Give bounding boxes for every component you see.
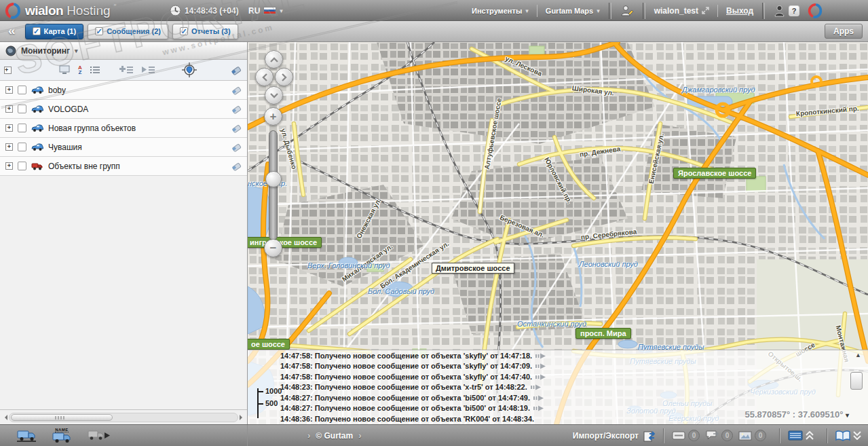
separator <box>717 5 718 17</box>
tag-icon[interactable] <box>231 104 242 114</box>
tag-icon[interactable] <box>231 85 242 95</box>
tag-icon[interactable] <box>231 161 242 171</box>
units-visibility-icon[interactable] <box>16 430 37 442</box>
address-tag-icon[interactable] <box>231 64 242 75</box>
cursor-coordinates[interactable]: 55.870857° : 37.609510° ▾ <box>744 409 849 420</box>
scroll-left-icon[interactable] <box>2 415 7 420</box>
pan-left-button[interactable] <box>255 68 273 86</box>
locate-pin-icon[interactable] <box>182 62 197 77</box>
tab-bar: « ✓ Карта (1) ✓ Сообщения (2) ✓ Отчеты (… <box>0 21 868 42</box>
units-labels-icon[interactable]: NAME <box>52 428 72 443</box>
horizontal-scrollbar[interactable] <box>0 409 247 424</box>
scrollbar-track[interactable] <box>9 413 238 422</box>
zoom-in-button[interactable]: + <box>264 107 282 126</box>
pan-up-button[interactable] <box>265 50 283 69</box>
log-row: 14:48:27: Получено новое сообщение от об… <box>280 394 544 402</box>
group-row-boby[interactable]: + boby <box>0 81 247 100</box>
toggle-log-panel[interactable] <box>788 430 814 441</box>
zoom-out-button[interactable]: − <box>264 239 282 257</box>
group-row-vologda[interactable]: + VOLOGDA <box>0 100 247 119</box>
scrollbar-thumb[interactable] <box>11 414 113 421</box>
group-row-chuvashia[interactable]: + Чувашия <box>0 138 247 157</box>
operator-icon[interactable] <box>774 5 785 17</box>
tab-messages[interactable]: ✓ Сообщения (2) <box>88 24 168 39</box>
gurtam-logo-icon <box>807 3 823 19</box>
tools-menu[interactable]: Инструменты <box>472 7 522 15</box>
expand-icon[interactable]: + <box>5 143 13 151</box>
goto-message-icon[interactable] <box>533 395 544 401</box>
language-switcher[interactable]: RU ▾ <box>248 0 283 21</box>
goto-message-icon[interactable] <box>535 363 546 369</box>
add-all-to-list-icon[interactable] <box>119 66 133 75</box>
monitor-panel-icon[interactable] <box>59 65 70 75</box>
expand-icon[interactable]: + <box>5 162 13 170</box>
sort-az-icon[interactable]: A Z <box>78 65 82 75</box>
goto-message-icon[interactable] <box>531 384 542 390</box>
sms-icon <box>705 430 719 441</box>
goto-message-icon[interactable] <box>535 353 546 359</box>
top-bar: wialon Hosting ″ 14:48:43 (+04) RU ▾ Инс… <box>0 0 868 21</box>
sidebar-header[interactable]: Мониторинг ▾ <box>0 42 247 60</box>
sidebar-toolbar: + A Z <box>0 60 247 81</box>
group-row-ungrouped[interactable]: + Объекты вне групп <box>0 157 247 176</box>
goto-message-icon[interactable] <box>535 374 546 380</box>
tab-reports[interactable]: ✓ Отчеты (3) <box>172 24 238 39</box>
images-counter[interactable]: 0 <box>738 430 766 441</box>
copyright-text[interactable]: © Gurtam <box>316 431 353 441</box>
collapse-sidebar-button[interactable]: « <box>8 23 16 38</box>
coordinates-value: 55.870857° : 37.609510° <box>744 409 843 420</box>
log-message: 14:47:58: Получено новое сообщение от об… <box>280 362 532 370</box>
external-link-icon[interactable] <box>702 7 709 14</box>
brand-wialon: wialon <box>25 3 63 18</box>
log-scroll-up-icon[interactable]: ▲ <box>855 352 861 358</box>
show-all-on-map-icon[interactable] <box>141 66 155 75</box>
maps-menu[interactable]: Gurtam Maps <box>546 7 593 15</box>
group-checkbox[interactable] <box>18 86 26 94</box>
expand-icon[interactable]: + <box>5 105 13 113</box>
truck-red-icon <box>31 162 43 170</box>
language-code: RU <box>248 6 260 16</box>
driver-assign-icon[interactable] <box>620 5 634 17</box>
group-name: VOLOGDA <box>48 105 227 114</box>
log-message: 14:48:27: Получено новое сообщение от об… <box>280 404 530 412</box>
tab-messages-checkbox[interactable]: ✓ <box>95 27 103 35</box>
check-icon: ✓ <box>181 28 187 35</box>
current-user[interactable]: wialon_test <box>654 6 698 16</box>
tag-icon[interactable] <box>231 142 242 152</box>
tab-reports-checkbox[interactable]: ✓ <box>180 27 188 35</box>
pan-right-button[interactable] <box>275 68 293 86</box>
group-checkbox[interactable] <box>18 124 26 132</box>
water-label: Бол. Садовый пруд <box>368 287 434 295</box>
tag-icon[interactable] <box>231 123 242 133</box>
group-checkbox[interactable] <box>18 143 26 151</box>
list-settings-icon[interactable] <box>90 66 100 74</box>
group-checkbox[interactable] <box>18 105 26 113</box>
car-blue-icon <box>31 105 43 113</box>
scroll-right-icon[interactable] <box>240 415 245 420</box>
counter-badge: 0 <box>721 430 733 441</box>
messages-counter[interactable]: 0 <box>672 430 700 441</box>
zoom-slider-handle[interactable] <box>265 171 282 187</box>
group-row-new-group[interactable]: + Новая группа объектов <box>0 119 247 138</box>
expand-icon[interactable]: + <box>5 124 13 132</box>
group-checkbox[interactable] <box>18 162 26 170</box>
notice-icon <box>672 431 685 440</box>
pan-down-button[interactable] <box>265 86 283 105</box>
import-export-button[interactable]: Импорт/Экспорт <box>573 430 656 442</box>
sms-counter[interactable]: 0 <box>705 430 733 441</box>
units-follow-icon[interactable] <box>87 430 111 441</box>
import-export-icon <box>643 430 656 442</box>
map-side-button[interactable] <box>850 372 863 390</box>
apps-button[interactable]: Apps <box>825 24 863 39</box>
tab-map[interactable]: ✓ Карта (1) <box>25 24 84 39</box>
coordinates-dropdown-icon[interactable]: ▾ <box>846 411 849 419</box>
monitoring-sidebar: Мониторинг ▾ + A Z <box>0 42 248 424</box>
tab-map-checkbox[interactable]: ✓ <box>33 27 41 35</box>
expand-icon[interactable]: + <box>5 86 13 94</box>
goto-message-icon[interactable] <box>533 405 544 411</box>
logout-link[interactable]: Выход <box>726 6 753 16</box>
expand-all-icon[interactable]: + <box>4 67 12 74</box>
help-icon[interactable]: ? <box>789 5 799 16</box>
tab-reports-label: Отчеты (3) <box>191 27 231 35</box>
toggle-guide-panel[interactable] <box>835 430 861 441</box>
